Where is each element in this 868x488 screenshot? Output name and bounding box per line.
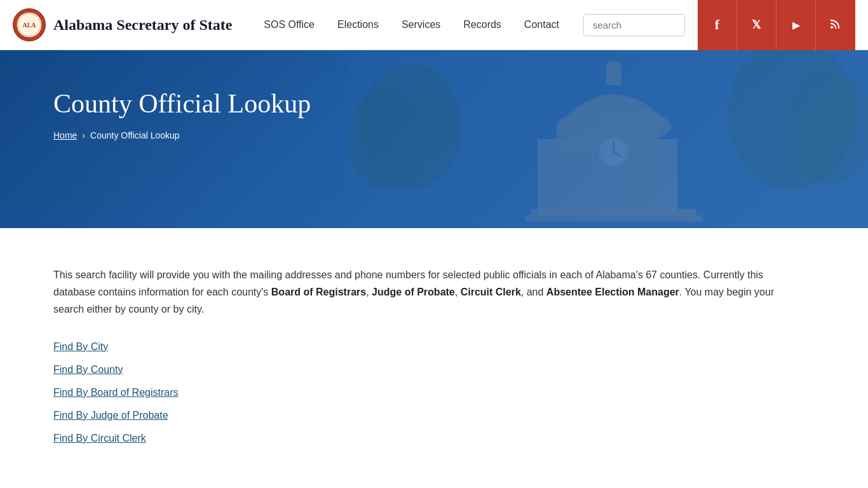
- page-title: County Official Lookup: [53, 88, 815, 119]
- bold-circuit-clerk: Circuit Clerk: [461, 287, 521, 297]
- description-and: , and: [521, 287, 546, 297]
- svg-text:ALA: ALA: [22, 22, 36, 29]
- search-input[interactable]: [583, 14, 685, 36]
- main-nav: SOS Office Elections Services Records Co…: [252, 13, 571, 37]
- bold-absentee-election-manager: Absentee Election Manager: [546, 287, 679, 297]
- breadcrumb-separator: ›: [82, 130, 85, 140]
- rss-icon: [830, 18, 841, 32]
- list-item-find-by-judge-of-probate: Find By Judge of Probate: [53, 410, 815, 421]
- list-item-find-by-county: Find By County: [53, 364, 815, 376]
- list-item-find-by-city: Find By City: [53, 341, 815, 353]
- logo-area[interactable]: ALA Alabama Secretary of State: [13, 8, 232, 41]
- list-item-find-by-board-of-registrars: Find By Board of Registrars: [53, 387, 815, 398]
- description-paragraph: This search facility will provide you wi…: [53, 266, 803, 318]
- breadcrumb: Home › County Official Lookup: [53, 130, 815, 140]
- breadcrumb-current: County Official Lookup: [90, 130, 180, 140]
- find-by-board-of-registrars-link[interactable]: Find By Board of Registrars: [53, 387, 179, 398]
- nav-sos-office[interactable]: SOS Office: [252, 13, 326, 37]
- main-content: This search facility will provide you wi…: [0, 228, 868, 470]
- bold-judge-of-probate: Judge of Probate: [372, 287, 455, 297]
- site-header: ALA Alabama Secretary of State SOS Offic…: [0, 0, 868, 50]
- svg-point-5: [831, 26, 833, 29]
- social-bar: f 𝕏 ▶: [698, 0, 855, 50]
- facebook-icon: f: [715, 17, 719, 33]
- bold-board-of-registrars: Board of Registrars: [271, 287, 366, 297]
- hero-banner: County Official Lookup Home › County Off…: [0, 50, 868, 228]
- nav-records[interactable]: Records: [452, 13, 513, 37]
- youtube-link[interactable]: ▶: [776, 0, 816, 50]
- rss-link[interactable]: [816, 0, 855, 50]
- site-title: Alabama Secretary of State: [53, 17, 232, 34]
- description-comma-1: ,: [366, 287, 372, 297]
- nav-elections[interactable]: Elections: [326, 13, 390, 37]
- find-by-city-link[interactable]: Find By City: [53, 341, 108, 352]
- hero-content: County Official Lookup Home › County Off…: [0, 50, 868, 159]
- lookup-links-list: Find By City Find By County Find By Boar…: [53, 341, 815, 444]
- find-by-county-link[interactable]: Find By County: [53, 364, 123, 375]
- state-seal-icon: ALA: [13, 8, 46, 41]
- list-item-find-by-circuit-clerk: Find By Circuit Clerk: [53, 433, 815, 444]
- twitter-link[interactable]: 𝕏: [737, 0, 776, 50]
- description-comma-2: ,: [455, 287, 461, 297]
- nav-contact[interactable]: Contact: [513, 13, 571, 37]
- breadcrumb-home[interactable]: Home: [53, 130, 77, 140]
- youtube-icon: ▶: [792, 19, 800, 31]
- nav-services[interactable]: Services: [390, 13, 452, 37]
- twitter-icon: 𝕏: [752, 18, 761, 32]
- find-by-judge-of-probate-link[interactable]: Find By Judge of Probate: [53, 410, 168, 421]
- find-by-circuit-clerk-link[interactable]: Find By Circuit Clerk: [53, 433, 146, 444]
- facebook-link[interactable]: f: [698, 0, 737, 50]
